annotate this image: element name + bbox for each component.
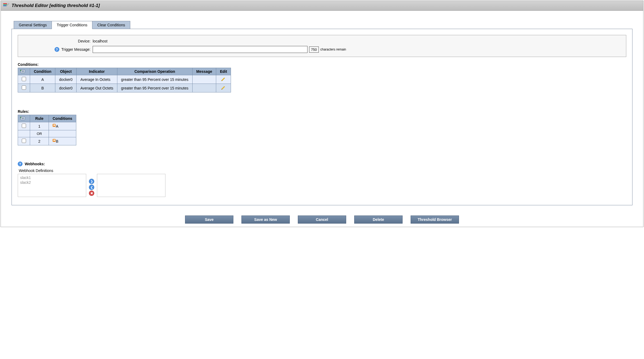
condition-indicator: Average In Octets — [77, 75, 117, 84]
col-indicator: Indicator — [77, 68, 117, 75]
svg-point-3 — [8, 3, 9, 4]
action-bar: Save Save as New Cancel Delete Threshold… — [1, 216, 643, 227]
move-right-icon[interactable]: ❯ — [89, 179, 94, 184]
webhooks-heading: Webhooks: — [25, 162, 45, 166]
content-area: General Settings Trigger Conditions Clea… — [1, 11, 643, 211]
col-object: Object — [55, 68, 77, 75]
condition-row: A docker0 Average In Octets greater than… — [18, 75, 231, 84]
condition-comparison: greater than 95 Percent over 15 minutes — [117, 75, 192, 84]
device-info-box: Device: localhost ? Trigger Message: 750… — [18, 35, 626, 57]
webhook-option[interactable]: slack2 — [20, 180, 84, 185]
condition-comparison: greater than 95 Percent over 15 minutes — [117, 84, 192, 92]
col-rule-conditions: Conditions — [49, 115, 76, 122]
webhook-option[interactable]: slack1 — [20, 175, 84, 180]
device-value: localhost — [93, 39, 107, 43]
col-edit: Edit — [216, 68, 231, 75]
condition-checkbox[interactable] — [22, 77, 26, 81]
webhook-transfer-buttons: ❯ ❮ ✖ — [89, 179, 94, 196]
conditions-select-header[interactable] — [18, 68, 30, 75]
trigger-message-label: Trigger Message: — [61, 47, 91, 52]
threshold-browser-button[interactable]: Threshold Browser — [411, 216, 459, 224]
pencil-icon[interactable] — [221, 85, 226, 91]
threshold-editor-window: Threshold Editor [editing threshold #1-1… — [1, 1, 643, 227]
condition-id: B — [30, 84, 55, 92]
condition-object: docker0 — [55, 84, 77, 92]
rules-table: Rule Conditions 1 ✖A OR — [18, 115, 76, 145]
tab-clear-conditions[interactable]: Clear Conditions — [92, 21, 130, 29]
condition-row: B docker0 Average Out Octets greater tha… — [18, 84, 231, 92]
svg-rect-1 — [3, 4, 7, 5]
list-icon — [20, 69, 28, 74]
rule-checkbox[interactable] — [22, 124, 26, 128]
rule-number: 2 — [30, 137, 49, 145]
webhooks-subheading: Webhook Definitions — [19, 168, 626, 173]
remove-condition-icon[interactable]: ✖ — [53, 124, 56, 127]
rule-condition-letter: B — [56, 139, 58, 143]
trigger-message-input[interactable] — [93, 46, 307, 53]
pencil-icon[interactable] — [221, 77, 226, 82]
col-comparison: Comparison Operation — [117, 68, 192, 75]
rule-operator-row: OR — [18, 130, 76, 137]
tab-general-settings[interactable]: General Settings — [14, 21, 52, 29]
remove-icon[interactable]: ✖ — [89, 191, 94, 196]
rule-number: 1 — [30, 122, 49, 130]
col-condition: Condition — [30, 68, 55, 75]
rule-row: 1 ✖A — [18, 122, 76, 130]
conditions-heading: Conditions: — [18, 62, 626, 67]
rules-select-header[interactable] — [18, 115, 30, 122]
rule-row: 2 ✖B — [18, 137, 76, 145]
condition-checkbox[interactable] — [22, 85, 26, 90]
rule-checkbox[interactable] — [22, 139, 26, 143]
help-icon[interactable]: ? — [18, 161, 23, 166]
tabs: General Settings Trigger Conditions Clea… — [14, 21, 632, 29]
rules-heading: Rules: — [18, 109, 626, 114]
titlebar: Threshold Editor [editing threshold #1-1… — [1, 1, 643, 11]
rule-condition-letter: A — [56, 124, 58, 128]
move-left-icon[interactable]: ❮ — [89, 185, 94, 190]
condition-id: A — [30, 75, 55, 84]
svg-rect-0 — [3, 3, 7, 4]
save-button[interactable]: Save — [185, 216, 233, 224]
condition-object: docker0 — [55, 75, 77, 84]
delete-button[interactable]: Delete — [354, 216, 403, 224]
condition-message — [192, 75, 216, 84]
chars-remaining-label: characters remain — [320, 48, 346, 51]
conditions-table: Condition Object Indicator Comparison Op… — [18, 68, 231, 92]
webhook-available-list[interactable]: slack1 slack2 — [18, 174, 86, 197]
rule-operator: OR — [30, 130, 49, 137]
save-as-new-button[interactable]: Save as New — [241, 216, 290, 224]
condition-message — [192, 84, 216, 92]
chars-remaining-count: 750 — [309, 46, 319, 53]
device-label: Device: — [23, 39, 93, 43]
remove-condition-icon[interactable]: ✖ — [53, 139, 56, 142]
list-icon — [20, 116, 28, 121]
condition-indicator: Average Out Octets — [77, 84, 117, 92]
webhooks-section: ? Webhooks: Webhook Definitions slack1 s… — [18, 161, 626, 197]
webhook-selected-list[interactable] — [97, 174, 165, 197]
app-icon — [3, 2, 9, 9]
help-icon[interactable]: ? — [55, 47, 59, 52]
tab-trigger-conditions[interactable]: Trigger Conditions — [52, 21, 92, 29]
cancel-button[interactable]: Cancel — [298, 216, 346, 224]
col-message: Message — [192, 68, 216, 75]
col-rule: Rule — [30, 115, 49, 122]
tab-panel-trigger: Device: localhost ? Trigger Message: 750… — [12, 29, 632, 205]
window-title: Threshold Editor [editing threshold #1-1… — [12, 3, 100, 8]
